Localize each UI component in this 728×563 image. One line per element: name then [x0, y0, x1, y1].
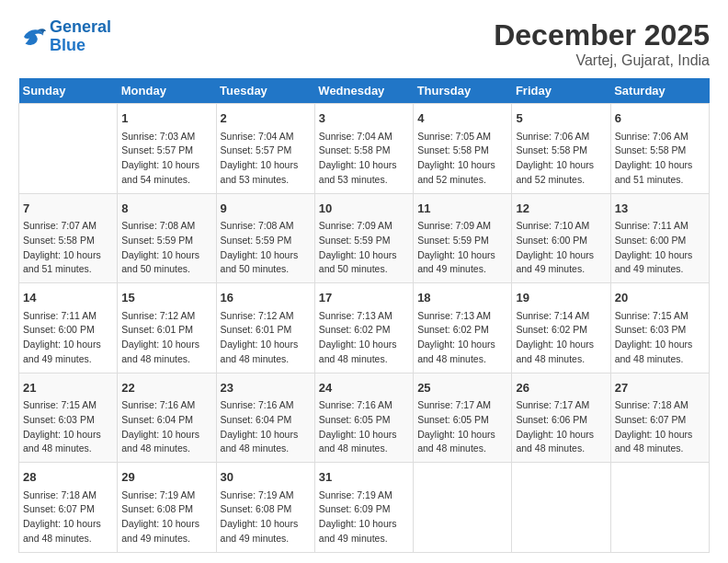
- day-number: 3: [319, 109, 409, 128]
- day-info: Sunrise: 7:09 AM Sunset: 5:59 PM Dayligh…: [417, 219, 507, 277]
- calendar-cell: 28Sunrise: 7:18 AM Sunset: 6:07 PM Dayli…: [19, 463, 118, 553]
- day-number: 11: [417, 200, 507, 218]
- day-info: Sunrise: 7:13 AM Sunset: 6:02 PM Dayligh…: [319, 309, 409, 367]
- calendar-cell: 18Sunrise: 7:13 AM Sunset: 6:02 PM Dayli…: [414, 283, 512, 373]
- calendar-cell: 8Sunrise: 7:08 AM Sunset: 5:59 PM Daylig…: [118, 193, 216, 283]
- day-number: 31: [319, 468, 409, 487]
- day-info: Sunrise: 7:11 AM Sunset: 6:00 PM Dayligh…: [23, 309, 113, 367]
- day-number: 18: [417, 289, 507, 307]
- calendar-cell: 15Sunrise: 7:12 AM Sunset: 6:01 PM Dayli…: [118, 283, 216, 373]
- day-number: 29: [121, 468, 211, 487]
- calendar-cell: [19, 104, 118, 194]
- calendar-cell: 30Sunrise: 7:19 AM Sunset: 6:08 PM Dayli…: [216, 463, 314, 553]
- day-number: 17: [319, 289, 409, 307]
- calendar-cell: 27Sunrise: 7:18 AM Sunset: 6:07 PM Dayli…: [610, 373, 709, 463]
- day-info: Sunrise: 7:06 AM Sunset: 5:58 PM Dayligh…: [516, 130, 606, 188]
- logo-icon: [18, 23, 46, 51]
- calendar-cell: 7Sunrise: 7:07 AM Sunset: 5:58 PM Daylig…: [19, 193, 118, 283]
- calendar-cell: 24Sunrise: 7:16 AM Sunset: 6:05 PM Dayli…: [314, 373, 413, 463]
- weekday-header-wednesday: Wednesday: [314, 78, 413, 104]
- calendar-cell: 12Sunrise: 7:10 AM Sunset: 6:00 PM Dayli…: [512, 193, 610, 283]
- day-info: Sunrise: 7:08 AM Sunset: 5:59 PM Dayligh…: [121, 219, 211, 277]
- day-number: 20: [615, 289, 705, 307]
- calendar-cell: 10Sunrise: 7:09 AM Sunset: 5:59 PM Dayli…: [314, 193, 413, 283]
- calendar-cell: 26Sunrise: 7:17 AM Sunset: 6:06 PM Dayli…: [512, 373, 610, 463]
- calendar-cell: 11Sunrise: 7:09 AM Sunset: 5:59 PM Dayli…: [414, 193, 512, 283]
- day-number: 21: [23, 379, 113, 397]
- calendar-cell: 29Sunrise: 7:19 AM Sunset: 6:08 PM Dayli…: [118, 463, 216, 553]
- day-info: Sunrise: 7:16 AM Sunset: 6:05 PM Dayligh…: [319, 398, 409, 456]
- calendar-cell: 3Sunrise: 7:04 AM Sunset: 5:58 PM Daylig…: [314, 104, 413, 194]
- weekday-header-tuesday: Tuesday: [216, 78, 314, 104]
- calendar-table: SundayMondayTuesdayWednesdayThursdayFrid…: [18, 78, 710, 553]
- day-info: Sunrise: 7:09 AM Sunset: 5:59 PM Dayligh…: [319, 219, 409, 277]
- calendar-cell: 31Sunrise: 7:19 AM Sunset: 6:09 PM Dayli…: [314, 463, 413, 553]
- month-title: December 2025: [494, 18, 710, 52]
- weekday-header-thursday: Thursday: [414, 78, 512, 104]
- day-number: 8: [121, 200, 211, 218]
- day-info: Sunrise: 7:18 AM Sunset: 6:07 PM Dayligh…: [615, 398, 705, 456]
- week-row-5: 28Sunrise: 7:18 AM Sunset: 6:07 PM Dayli…: [19, 463, 710, 553]
- day-number: 5: [516, 109, 606, 128]
- day-number: 24: [319, 379, 409, 397]
- day-number: 22: [121, 379, 211, 397]
- calendar-cell: 20Sunrise: 7:15 AM Sunset: 6:03 PM Dayli…: [610, 283, 709, 373]
- day-number: 15: [121, 289, 211, 307]
- calendar-cell: 1Sunrise: 7:03 AM Sunset: 5:57 PM Daylig…: [118, 104, 216, 194]
- weekday-header-friday: Friday: [512, 78, 610, 104]
- calendar-cell: 25Sunrise: 7:17 AM Sunset: 6:05 PM Dayli…: [414, 373, 512, 463]
- day-info: Sunrise: 7:16 AM Sunset: 6:04 PM Dayligh…: [121, 398, 211, 456]
- logo: General Blue: [18, 18, 111, 55]
- weekday-header-monday: Monday: [118, 78, 216, 104]
- weekday-header-saturday: Saturday: [610, 78, 709, 104]
- day-number: 13: [615, 200, 705, 218]
- day-info: Sunrise: 7:06 AM Sunset: 5:58 PM Dayligh…: [615, 130, 705, 188]
- day-info: Sunrise: 7:04 AM Sunset: 5:57 PM Dayligh…: [221, 130, 311, 188]
- calendar-cell: 17Sunrise: 7:13 AM Sunset: 6:02 PM Dayli…: [314, 283, 413, 373]
- day-number: 30: [221, 468, 311, 487]
- calendar-cell: 14Sunrise: 7:11 AM Sunset: 6:00 PM Dayli…: [19, 283, 118, 373]
- day-info: Sunrise: 7:15 AM Sunset: 6:03 PM Dayligh…: [615, 309, 705, 367]
- day-info: Sunrise: 7:19 AM Sunset: 6:09 PM Dayligh…: [319, 488, 409, 546]
- calendar-cell: [414, 463, 512, 553]
- day-info: Sunrise: 7:15 AM Sunset: 6:03 PM Dayligh…: [23, 398, 113, 456]
- day-number: 2: [221, 109, 311, 128]
- day-number: 23: [221, 379, 311, 397]
- day-info: Sunrise: 7:05 AM Sunset: 5:58 PM Dayligh…: [417, 130, 507, 188]
- day-number: 12: [516, 200, 606, 218]
- day-info: Sunrise: 7:11 AM Sunset: 6:00 PM Dayligh…: [615, 219, 705, 277]
- day-info: Sunrise: 7:16 AM Sunset: 6:04 PM Dayligh…: [221, 398, 311, 456]
- week-row-4: 21Sunrise: 7:15 AM Sunset: 6:03 PM Dayli…: [19, 373, 710, 463]
- calendar-cell: 2Sunrise: 7:04 AM Sunset: 5:57 PM Daylig…: [216, 104, 314, 194]
- day-info: Sunrise: 7:12 AM Sunset: 6:01 PM Dayligh…: [221, 309, 311, 367]
- calendar-cell: 22Sunrise: 7:16 AM Sunset: 6:04 PM Dayli…: [118, 373, 216, 463]
- calendar-cell: [610, 463, 709, 553]
- day-number: 9: [221, 200, 311, 218]
- day-info: Sunrise: 7:10 AM Sunset: 6:00 PM Dayligh…: [516, 219, 606, 277]
- day-info: Sunrise: 7:12 AM Sunset: 6:01 PM Dayligh…: [121, 309, 211, 367]
- day-number: 19: [516, 289, 606, 307]
- calendar-cell: 23Sunrise: 7:16 AM Sunset: 6:04 PM Dayli…: [216, 373, 314, 463]
- calendar-cell: 19Sunrise: 7:14 AM Sunset: 6:02 PM Dayli…: [512, 283, 610, 373]
- day-info: Sunrise: 7:07 AM Sunset: 5:58 PM Dayligh…: [23, 219, 113, 277]
- day-info: Sunrise: 7:08 AM Sunset: 5:59 PM Dayligh…: [221, 219, 311, 277]
- title-block: December 2025 Vartej, Gujarat, India: [494, 18, 710, 69]
- day-info: Sunrise: 7:18 AM Sunset: 6:07 PM Dayligh…: [23, 488, 113, 546]
- day-info: Sunrise: 7:04 AM Sunset: 5:58 PM Dayligh…: [319, 130, 409, 188]
- calendar-cell: 5Sunrise: 7:06 AM Sunset: 5:58 PM Daylig…: [512, 104, 610, 194]
- day-info: Sunrise: 7:19 AM Sunset: 6:08 PM Dayligh…: [221, 488, 311, 546]
- day-number: 25: [417, 379, 507, 397]
- day-info: Sunrise: 7:13 AM Sunset: 6:02 PM Dayligh…: [417, 309, 507, 367]
- day-number: 6: [615, 109, 705, 128]
- calendar-cell: 16Sunrise: 7:12 AM Sunset: 6:01 PM Dayli…: [216, 283, 314, 373]
- week-row-3: 14Sunrise: 7:11 AM Sunset: 6:00 PM Dayli…: [19, 283, 710, 373]
- calendar-cell: 6Sunrise: 7:06 AM Sunset: 5:58 PM Daylig…: [610, 104, 709, 194]
- day-info: Sunrise: 7:19 AM Sunset: 6:08 PM Dayligh…: [121, 488, 211, 546]
- calendar-cell: 4Sunrise: 7:05 AM Sunset: 5:58 PM Daylig…: [414, 104, 512, 194]
- day-number: 14: [23, 289, 113, 307]
- weekday-header-row: SundayMondayTuesdayWednesdayThursdayFrid…: [19, 78, 710, 104]
- day-number: 27: [615, 379, 705, 397]
- week-row-1: 1Sunrise: 7:03 AM Sunset: 5:57 PM Daylig…: [19, 104, 710, 194]
- day-number: 28: [23, 468, 113, 487]
- day-info: Sunrise: 7:14 AM Sunset: 6:02 PM Dayligh…: [516, 309, 606, 367]
